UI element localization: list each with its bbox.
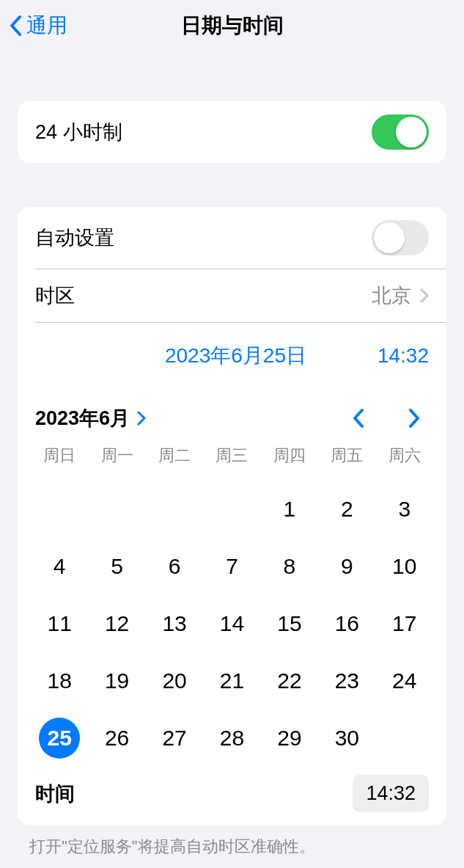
calendar-day[interactable]: 30 (318, 716, 375, 760)
calendar-weekday: 周日 (31, 440, 88, 474)
selected-date-display[interactable]: 2023年6月25日 (35, 342, 378, 370)
calendar-day[interactable]: 29 (261, 716, 318, 760)
calendar-day[interactable]: 10 (376, 544, 433, 588)
calendar-day[interactable]: 6 (146, 544, 203, 588)
row-datetime-display: 2023年6月25日 14:32 (18, 323, 446, 389)
calendar-weekday: 周四 (261, 440, 318, 474)
footer-hint: 打开"定位服务"将提高自动时区准确性。 (29, 836, 435, 858)
calendar-day[interactable]: 26 (88, 716, 145, 760)
row-auto-set: 自动设置 (18, 207, 446, 269)
calendar-month-button[interactable]: 2023年6月 (35, 405, 146, 431)
calendar-day[interactable]: 17 (376, 602, 433, 646)
calendar-weekday: 周三 (203, 440, 260, 474)
calendar-day[interactable]: 18 (31, 659, 88, 703)
calendar-next-button[interactable] (399, 408, 429, 428)
calendar-day[interactable]: 9 (318, 544, 375, 588)
calendar-day[interactable]: 19 (88, 659, 145, 703)
calendar-day[interactable]: 23 (318, 659, 375, 703)
calendar-day[interactable]: 12 (88, 602, 145, 646)
calendar-empty-cell (88, 487, 145, 531)
calendar-day[interactable]: 4 (31, 544, 88, 588)
label-24h-clock: 24 小时制 (35, 119, 372, 145)
calendar-weekday: 周一 (88, 440, 145, 474)
chevron-right-icon (408, 408, 420, 428)
calendar-month-label: 2023年6月 (35, 405, 130, 431)
calendar-day[interactable]: 24 (376, 659, 433, 703)
calendar-day[interactable]: 5 (88, 544, 145, 588)
calendar-day[interactable]: 22 (261, 659, 318, 703)
switch-knob (374, 222, 405, 253)
time-picker-button[interactable]: 14:32 (353, 775, 429, 812)
time-label: 时间 (35, 781, 353, 807)
calendar-day[interactable]: 20 (146, 659, 203, 703)
chevron-left-icon (353, 408, 364, 428)
row-time-picker: 时间 14:32 (18, 767, 446, 825)
calendar-day[interactable]: 14 (203, 602, 260, 646)
chevron-right-icon (420, 288, 429, 303)
calendar-day[interactable]: 8 (261, 544, 318, 588)
calendar-day[interactable]: 25 (31, 716, 88, 760)
chevron-left-icon (9, 15, 22, 37)
calendar-weekday: 周二 (146, 440, 203, 474)
calendar-day[interactable]: 28 (203, 716, 260, 760)
value-timezone: 北京 (372, 282, 411, 309)
calendar-empty-cell (203, 487, 260, 531)
calendar-empty-cell (146, 487, 203, 531)
calendar-day[interactable]: 21 (203, 659, 260, 703)
calendar-day[interactable]: 3 (376, 487, 433, 531)
calendar-day[interactable]: 2 (318, 487, 375, 531)
calendar-day[interactable]: 15 (261, 602, 318, 646)
back-button[interactable]: 通用 (9, 12, 67, 40)
label-auto-set: 自动设置 (35, 225, 372, 251)
calendar-empty-cell (31, 487, 88, 531)
back-label: 通用 (26, 12, 67, 40)
calendar-day[interactable]: 7 (203, 544, 260, 588)
calendar-prev-button[interactable] (344, 408, 373, 428)
switch-knob (396, 117, 427, 147)
row-24h-clock: 24 小时制 (18, 101, 446, 163)
chevron-right-icon (137, 411, 146, 426)
calendar-day[interactable]: 16 (318, 602, 375, 646)
page-title: 日期与时间 (0, 12, 464, 40)
calendar-grid: 周日周一周二周三周四周五周六12345678910111213141516171… (18, 440, 446, 767)
calendar-day[interactable]: 1 (261, 487, 318, 531)
row-timezone[interactable]: 时区 北京 (18, 269, 446, 322)
calendar-day[interactable]: 27 (146, 716, 203, 760)
calendar-day[interactable]: 13 (146, 602, 203, 646)
selected-time-display[interactable]: 14:32 (378, 344, 429, 368)
calendar-weekday: 周五 (318, 440, 375, 474)
switch-auto-set[interactable] (372, 220, 429, 255)
calendar-weekday: 周六 (376, 440, 433, 474)
calendar-day[interactable]: 11 (31, 602, 88, 646)
label-timezone: 时区 (35, 282, 372, 309)
switch-24h-clock[interactable] (372, 114, 429, 150)
